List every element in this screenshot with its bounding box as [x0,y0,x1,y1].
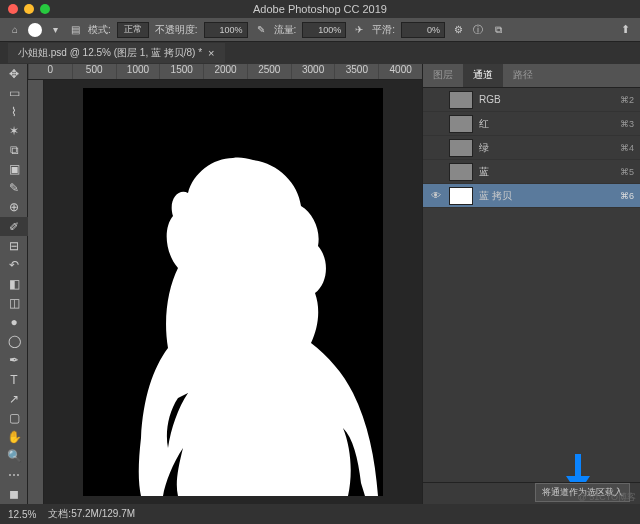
opacity-input[interactable]: 100% [204,22,248,38]
foreground-color[interactable]: ◼ [0,485,28,504]
document-tabs: 小姐姐.psd @ 12.5% (图层 1, 蓝 拷贝/8) * × [0,42,640,64]
eyedropper-tool[interactable]: ✎ [0,179,28,198]
home-icon[interactable]: ⌂ [8,23,22,37]
stamp-tool[interactable]: ⊟ [0,236,28,255]
channel-thumbnail [449,187,473,205]
settings-icon[interactable]: ⚙ [451,23,465,37]
hand-tool[interactable]: ✋ [0,427,28,446]
brush-panel-icon[interactable]: ▤ [68,23,82,37]
tab-channels[interactable]: 通道 [463,64,503,87]
channel-red[interactable]: 红⌘3 [423,112,640,136]
pressure-opacity-icon[interactable]: ✎ [254,23,268,37]
channel-thumbnail [449,91,473,109]
move-tool[interactable]: ✥ [0,64,28,83]
flow-input[interactable]: 100% [302,22,346,38]
zoom-level[interactable]: 12.5% [8,509,36,520]
dodge-tool[interactable]: ◯ [0,332,28,351]
crop-tool[interactable]: ⧉ [0,141,28,160]
share-icon[interactable]: ⬆ [618,23,632,37]
channel-green[interactable]: 绿⌘4 [423,136,640,160]
panels: 图层 通道 路径 RGB⌘2 红⌘3 绿⌘4 蓝⌘5 👁蓝 拷贝⌘6 ◌ ▣ ▫… [422,64,640,504]
smooth-input[interactable]: 0% [401,22,445,38]
symmetry-icon[interactable]: ⧉ [491,23,505,37]
tab-layers[interactable]: 图层 [423,64,463,87]
titlebar: Adobe Photoshop CC 2019 [0,0,640,18]
brush-tool[interactable]: ✐ [0,217,28,236]
channel-rgb[interactable]: RGB⌘2 [423,88,640,112]
app-title: Adobe Photoshop CC 2019 [253,3,387,15]
canvas-viewport[interactable] [44,80,422,504]
close-tab-icon[interactable]: × [208,47,214,59]
pen-tool[interactable]: ✒ [0,351,28,370]
watermark: @ 51CTO博客 [578,491,636,504]
tab-paths[interactable]: 路径 [503,64,543,87]
channel-thumbnail [449,139,473,157]
canvas-area: 05001000150020002500300035004000 [28,64,422,504]
toolbar: ✥ ▭ ⌇ ✶ ⧉ ▣ ✎ ⊕ ✐ ⊟ ↶ ◧ ◫ ● ◯ ✒ T ↗ ▢ ✋ … [0,64,28,504]
flow-label: 流量: [274,23,297,37]
eraser-tool[interactable]: ◧ [0,274,28,293]
quick-select-tool[interactable]: ✶ [0,121,28,140]
type-tool[interactable]: T [0,370,28,389]
channel-mask-content [83,88,383,496]
blur-tool[interactable]: ● [0,313,28,332]
opacity-label: 不透明度: [155,23,198,37]
main-area: ✥ ▭ ⌇ ✶ ⧉ ▣ ✎ ⊕ ✐ ⊟ ↶ ◧ ◫ ● ◯ ✒ T ↗ ▢ ✋ … [0,64,640,504]
edit-toolbar[interactable]: ⋯ [0,466,28,485]
channel-thumbnail [449,163,473,181]
brush-preview[interactable] [28,23,42,37]
channel-thumbnail [449,115,473,133]
healing-tool[interactable]: ⊕ [0,198,28,217]
tab-title: 小姐姐.psd @ 12.5% (图层 1, 蓝 拷贝/8) * [18,46,202,60]
visibility-icon[interactable]: 👁 [429,190,443,201]
lasso-tool[interactable]: ⌇ [0,102,28,121]
document-tab[interactable]: 小姐姐.psd @ 12.5% (图层 1, 蓝 拷贝/8) * × [8,43,225,63]
marquee-tool[interactable]: ▭ [0,83,28,102]
path-tool[interactable]: ↗ [0,389,28,408]
zoom-tool[interactable]: 🔍 [0,447,28,466]
channel-blue-copy[interactable]: 👁蓝 拷贝⌘6 [423,184,640,208]
panel-tabs: 图层 通道 路径 [423,64,640,88]
gradient-tool[interactable]: ◫ [0,294,28,313]
window-controls [8,4,50,14]
vertical-ruler [28,80,44,504]
options-bar: ⌂ ▾ ▤ 模式: 正常 不透明度: 100% ✎ 流量: 100% ✈ 平滑:… [0,18,640,42]
brush-settings-icon[interactable]: ▾ [48,23,62,37]
channel-blue[interactable]: 蓝⌘5 [423,160,640,184]
pressure-size-icon[interactable]: ⓘ [471,23,485,37]
channels-list: RGB⌘2 红⌘3 绿⌘4 蓝⌘5 👁蓝 拷贝⌘6 [423,88,640,482]
airbrush-icon[interactable]: ✈ [352,23,366,37]
shape-tool[interactable]: ▢ [0,408,28,427]
artboard[interactable] [83,88,383,496]
canvas-wrap [28,80,422,504]
horizontal-ruler: 05001000150020002500300035004000 [28,64,422,80]
mode-label: 模式: [88,23,111,37]
document-size[interactable]: 文档:57.2M/129.7M [48,507,135,521]
close-window-button[interactable] [8,4,18,14]
maximize-window-button[interactable] [40,4,50,14]
minimize-window-button[interactable] [24,4,34,14]
frame-tool[interactable]: ▣ [0,160,28,179]
history-brush-tool[interactable]: ↶ [0,255,28,274]
blend-mode-dropdown[interactable]: 正常 [117,22,149,38]
status-bar: 12.5% 文档:57.2M/129.7M [0,504,640,524]
smooth-label: 平滑: [372,23,395,37]
